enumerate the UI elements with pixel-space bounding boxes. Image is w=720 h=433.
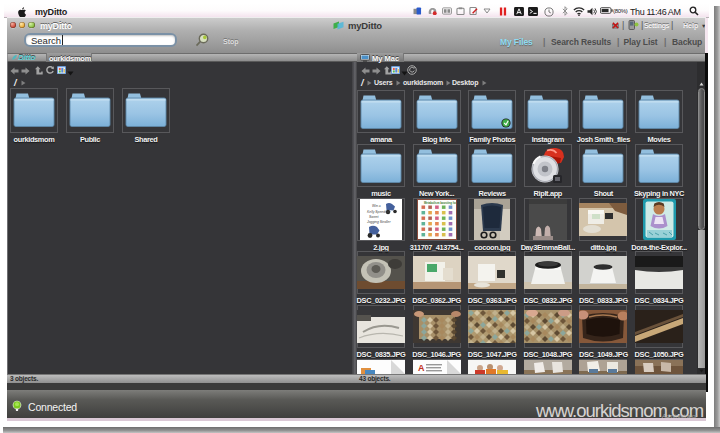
svg-text:Sweet: Sweet [369,215,379,219]
svg-text:Jogging Stroller: Jogging Stroller [366,220,391,224]
svg-text:Kelly Speedster: Kelly Speedster [367,210,392,214]
svg-text:A: A [418,363,425,373]
svg-text:Metabolism boosting foods: Metabolism boosting foods [424,201,456,205]
svg-text:Win a: Win a [372,204,381,208]
